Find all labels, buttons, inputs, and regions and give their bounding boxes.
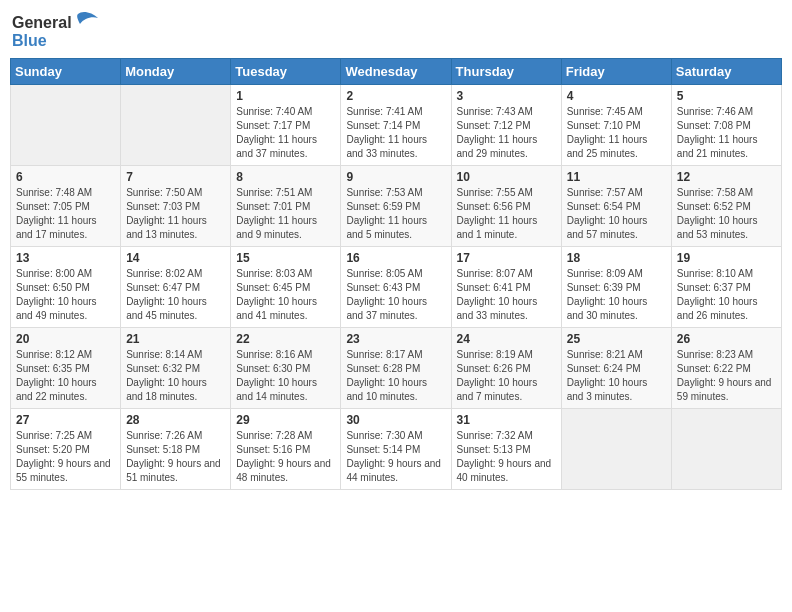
day-info: Sunrise: 8:19 AM Sunset: 6:26 PM Dayligh… [457, 348, 556, 404]
calendar-cell: 7Sunrise: 7:50 AM Sunset: 7:03 PM Daylig… [121, 166, 231, 247]
calendar-table: SundayMondayTuesdayWednesdayThursdayFrid… [10, 58, 782, 490]
day-number: 18 [567, 251, 666, 265]
day-info: Sunrise: 8:10 AM Sunset: 6:37 PM Dayligh… [677, 267, 776, 323]
day-info: Sunrise: 8:02 AM Sunset: 6:47 PM Dayligh… [126, 267, 225, 323]
calendar-cell: 21Sunrise: 8:14 AM Sunset: 6:32 PM Dayli… [121, 328, 231, 409]
calendar-cell: 20Sunrise: 8:12 AM Sunset: 6:35 PM Dayli… [11, 328, 121, 409]
calendar-cell: 19Sunrise: 8:10 AM Sunset: 6:37 PM Dayli… [671, 247, 781, 328]
calendar-cell: 30Sunrise: 7:30 AM Sunset: 5:14 PM Dayli… [341, 409, 451, 490]
calendar-cell [671, 409, 781, 490]
weekday-header-friday: Friday [561, 59, 671, 85]
calendar-cell: 15Sunrise: 8:03 AM Sunset: 6:45 PM Dayli… [231, 247, 341, 328]
day-number: 16 [346, 251, 445, 265]
day-info: Sunrise: 7:43 AM Sunset: 7:12 PM Dayligh… [457, 105, 556, 161]
logo-svg: GeneralBlue [10, 10, 100, 52]
weekday-header-saturday: Saturday [671, 59, 781, 85]
day-info: Sunrise: 8:12 AM Sunset: 6:35 PM Dayligh… [16, 348, 115, 404]
calendar-cell: 11Sunrise: 7:57 AM Sunset: 6:54 PM Dayli… [561, 166, 671, 247]
week-row-3: 13Sunrise: 8:00 AM Sunset: 6:50 PM Dayli… [11, 247, 782, 328]
day-number: 10 [457, 170, 556, 184]
day-number: 13 [16, 251, 115, 265]
day-number: 21 [126, 332, 225, 346]
calendar-cell: 12Sunrise: 7:58 AM Sunset: 6:52 PM Dayli… [671, 166, 781, 247]
day-number: 5 [677, 89, 776, 103]
day-number: 31 [457, 413, 556, 427]
day-info: Sunrise: 8:03 AM Sunset: 6:45 PM Dayligh… [236, 267, 335, 323]
svg-text:Blue: Blue [12, 32, 47, 49]
day-info: Sunrise: 7:46 AM Sunset: 7:08 PM Dayligh… [677, 105, 776, 161]
calendar-cell [121, 85, 231, 166]
day-number: 7 [126, 170, 225, 184]
weekday-header-tuesday: Tuesday [231, 59, 341, 85]
week-row-2: 6Sunrise: 7:48 AM Sunset: 7:05 PM Daylig… [11, 166, 782, 247]
day-info: Sunrise: 7:45 AM Sunset: 7:10 PM Dayligh… [567, 105, 666, 161]
day-info: Sunrise: 7:41 AM Sunset: 7:14 PM Dayligh… [346, 105, 445, 161]
day-info: Sunrise: 8:14 AM Sunset: 6:32 PM Dayligh… [126, 348, 225, 404]
calendar-cell: 2Sunrise: 7:41 AM Sunset: 7:14 PM Daylig… [341, 85, 451, 166]
weekday-header-row: SundayMondayTuesdayWednesdayThursdayFrid… [11, 59, 782, 85]
day-info: Sunrise: 7:57 AM Sunset: 6:54 PM Dayligh… [567, 186, 666, 242]
day-number: 4 [567, 89, 666, 103]
day-info: Sunrise: 7:26 AM Sunset: 5:18 PM Dayligh… [126, 429, 225, 485]
day-number: 23 [346, 332, 445, 346]
day-info: Sunrise: 8:05 AM Sunset: 6:43 PM Dayligh… [346, 267, 445, 323]
day-info: Sunrise: 7:25 AM Sunset: 5:20 PM Dayligh… [16, 429, 115, 485]
calendar-cell: 31Sunrise: 7:32 AM Sunset: 5:13 PM Dayli… [451, 409, 561, 490]
calendar-cell: 3Sunrise: 7:43 AM Sunset: 7:12 PM Daylig… [451, 85, 561, 166]
calendar-cell: 10Sunrise: 7:55 AM Sunset: 6:56 PM Dayli… [451, 166, 561, 247]
calendar-cell: 16Sunrise: 8:05 AM Sunset: 6:43 PM Dayli… [341, 247, 451, 328]
calendar-cell: 22Sunrise: 8:16 AM Sunset: 6:30 PM Dayli… [231, 328, 341, 409]
calendar-cell: 18Sunrise: 8:09 AM Sunset: 6:39 PM Dayli… [561, 247, 671, 328]
calendar-cell: 9Sunrise: 7:53 AM Sunset: 6:59 PM Daylig… [341, 166, 451, 247]
day-info: Sunrise: 8:23 AM Sunset: 6:22 PM Dayligh… [677, 348, 776, 404]
day-info: Sunrise: 7:32 AM Sunset: 5:13 PM Dayligh… [457, 429, 556, 485]
day-number: 15 [236, 251, 335, 265]
day-number: 29 [236, 413, 335, 427]
day-number: 30 [346, 413, 445, 427]
weekday-header-sunday: Sunday [11, 59, 121, 85]
day-info: Sunrise: 7:48 AM Sunset: 7:05 PM Dayligh… [16, 186, 115, 242]
day-info: Sunrise: 7:55 AM Sunset: 6:56 PM Dayligh… [457, 186, 556, 242]
day-number: 26 [677, 332, 776, 346]
day-number: 12 [677, 170, 776, 184]
weekday-header-wednesday: Wednesday [341, 59, 451, 85]
calendar-cell: 26Sunrise: 8:23 AM Sunset: 6:22 PM Dayli… [671, 328, 781, 409]
day-info: Sunrise: 7:53 AM Sunset: 6:59 PM Dayligh… [346, 186, 445, 242]
day-number: 19 [677, 251, 776, 265]
calendar-cell: 17Sunrise: 8:07 AM Sunset: 6:41 PM Dayli… [451, 247, 561, 328]
day-number: 2 [346, 89, 445, 103]
calendar-cell: 29Sunrise: 7:28 AM Sunset: 5:16 PM Dayli… [231, 409, 341, 490]
calendar-cell: 27Sunrise: 7:25 AM Sunset: 5:20 PM Dayli… [11, 409, 121, 490]
weekday-header-thursday: Thursday [451, 59, 561, 85]
day-number: 24 [457, 332, 556, 346]
day-info: Sunrise: 8:21 AM Sunset: 6:24 PM Dayligh… [567, 348, 666, 404]
calendar-cell [11, 85, 121, 166]
day-number: 20 [16, 332, 115, 346]
day-number: 25 [567, 332, 666, 346]
page-header: GeneralBlue [10, 10, 782, 52]
calendar-cell: 6Sunrise: 7:48 AM Sunset: 7:05 PM Daylig… [11, 166, 121, 247]
day-number: 17 [457, 251, 556, 265]
day-number: 28 [126, 413, 225, 427]
svg-text:General: General [12, 14, 72, 31]
day-number: 9 [346, 170, 445, 184]
calendar-cell: 8Sunrise: 7:51 AM Sunset: 7:01 PM Daylig… [231, 166, 341, 247]
calendar-cell [561, 409, 671, 490]
day-number: 11 [567, 170, 666, 184]
calendar-cell: 24Sunrise: 8:19 AM Sunset: 6:26 PM Dayli… [451, 328, 561, 409]
weekday-header-monday: Monday [121, 59, 231, 85]
day-info: Sunrise: 7:50 AM Sunset: 7:03 PM Dayligh… [126, 186, 225, 242]
day-number: 14 [126, 251, 225, 265]
week-row-1: 1Sunrise: 7:40 AM Sunset: 7:17 PM Daylig… [11, 85, 782, 166]
calendar-cell: 4Sunrise: 7:45 AM Sunset: 7:10 PM Daylig… [561, 85, 671, 166]
day-info: Sunrise: 8:17 AM Sunset: 6:28 PM Dayligh… [346, 348, 445, 404]
day-number: 22 [236, 332, 335, 346]
calendar-cell: 5Sunrise: 7:46 AM Sunset: 7:08 PM Daylig… [671, 85, 781, 166]
day-number: 3 [457, 89, 556, 103]
day-number: 1 [236, 89, 335, 103]
week-row-5: 27Sunrise: 7:25 AM Sunset: 5:20 PM Dayli… [11, 409, 782, 490]
day-info: Sunrise: 7:30 AM Sunset: 5:14 PM Dayligh… [346, 429, 445, 485]
logo: GeneralBlue [10, 10, 100, 52]
day-info: Sunrise: 8:09 AM Sunset: 6:39 PM Dayligh… [567, 267, 666, 323]
day-info: Sunrise: 8:16 AM Sunset: 6:30 PM Dayligh… [236, 348, 335, 404]
